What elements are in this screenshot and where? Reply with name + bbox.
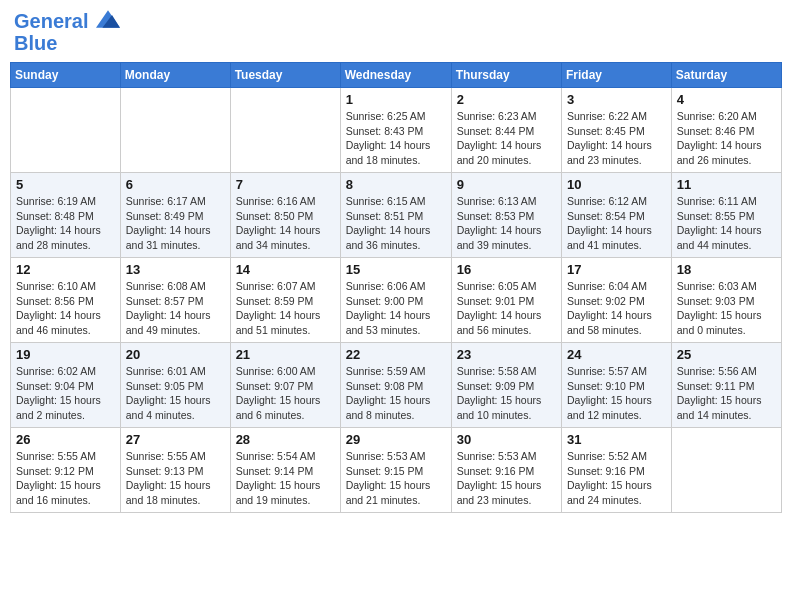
day-info: Sunrise: 6:05 AMSunset: 9:01 PMDaylight:… bbox=[457, 279, 556, 338]
day-number: 14 bbox=[236, 262, 335, 277]
calendar-week-1: 1Sunrise: 6:25 AMSunset: 8:43 PMDaylight… bbox=[11, 88, 782, 173]
calendar-cell: 14Sunrise: 6:07 AMSunset: 8:59 PMDayligh… bbox=[230, 258, 340, 343]
calendar-week-5: 26Sunrise: 5:55 AMSunset: 9:12 PMDayligh… bbox=[11, 428, 782, 513]
day-info: Sunrise: 6:02 AMSunset: 9:04 PMDaylight:… bbox=[16, 364, 115, 423]
calendar-cell bbox=[671, 428, 781, 513]
calendar-cell: 1Sunrise: 6:25 AMSunset: 8:43 PMDaylight… bbox=[340, 88, 451, 173]
calendar-cell: 23Sunrise: 5:58 AMSunset: 9:09 PMDayligh… bbox=[451, 343, 561, 428]
calendar-cell: 9Sunrise: 6:13 AMSunset: 8:53 PMDaylight… bbox=[451, 173, 561, 258]
calendar-cell: 20Sunrise: 6:01 AMSunset: 9:05 PMDayligh… bbox=[120, 343, 230, 428]
day-number: 26 bbox=[16, 432, 115, 447]
day-number: 10 bbox=[567, 177, 666, 192]
calendar-week-3: 12Sunrise: 6:10 AMSunset: 8:56 PMDayligh… bbox=[11, 258, 782, 343]
day-info: Sunrise: 6:22 AMSunset: 8:45 PMDaylight:… bbox=[567, 109, 666, 168]
day-number: 12 bbox=[16, 262, 115, 277]
day-info: Sunrise: 5:59 AMSunset: 9:08 PMDaylight:… bbox=[346, 364, 446, 423]
calendar-cell: 11Sunrise: 6:11 AMSunset: 8:55 PMDayligh… bbox=[671, 173, 781, 258]
calendar-week-2: 5Sunrise: 6:19 AMSunset: 8:48 PMDaylight… bbox=[11, 173, 782, 258]
calendar-cell: 7Sunrise: 6:16 AMSunset: 8:50 PMDaylight… bbox=[230, 173, 340, 258]
calendar-cell: 31Sunrise: 5:52 AMSunset: 9:16 PMDayligh… bbox=[562, 428, 672, 513]
calendar-cell: 3Sunrise: 6:22 AMSunset: 8:45 PMDaylight… bbox=[562, 88, 672, 173]
day-number: 29 bbox=[346, 432, 446, 447]
day-number: 23 bbox=[457, 347, 556, 362]
calendar-cell: 2Sunrise: 6:23 AMSunset: 8:44 PMDaylight… bbox=[451, 88, 561, 173]
calendar-cell: 10Sunrise: 6:12 AMSunset: 8:54 PMDayligh… bbox=[562, 173, 672, 258]
day-info: Sunrise: 6:19 AMSunset: 8:48 PMDaylight:… bbox=[16, 194, 115, 253]
calendar-cell: 22Sunrise: 5:59 AMSunset: 9:08 PMDayligh… bbox=[340, 343, 451, 428]
day-number: 6 bbox=[126, 177, 225, 192]
calendar-cell: 15Sunrise: 6:06 AMSunset: 9:00 PMDayligh… bbox=[340, 258, 451, 343]
logo-text2: Blue bbox=[14, 32, 120, 54]
day-info: Sunrise: 6:12 AMSunset: 8:54 PMDaylight:… bbox=[567, 194, 666, 253]
day-info: Sunrise: 5:57 AMSunset: 9:10 PMDaylight:… bbox=[567, 364, 666, 423]
calendar-cell: 21Sunrise: 6:00 AMSunset: 9:07 PMDayligh… bbox=[230, 343, 340, 428]
day-number: 25 bbox=[677, 347, 776, 362]
calendar-cell: 24Sunrise: 5:57 AMSunset: 9:10 PMDayligh… bbox=[562, 343, 672, 428]
day-info: Sunrise: 6:17 AMSunset: 8:49 PMDaylight:… bbox=[126, 194, 225, 253]
calendar-cell: 8Sunrise: 6:15 AMSunset: 8:51 PMDaylight… bbox=[340, 173, 451, 258]
calendar-cell: 4Sunrise: 6:20 AMSunset: 8:46 PMDaylight… bbox=[671, 88, 781, 173]
day-number: 3 bbox=[567, 92, 666, 107]
day-number: 15 bbox=[346, 262, 446, 277]
day-info: Sunrise: 6:03 AMSunset: 9:03 PMDaylight:… bbox=[677, 279, 776, 338]
day-info: Sunrise: 5:52 AMSunset: 9:16 PMDaylight:… bbox=[567, 449, 666, 508]
column-header-wednesday: Wednesday bbox=[340, 63, 451, 88]
day-info: Sunrise: 6:16 AMSunset: 8:50 PMDaylight:… bbox=[236, 194, 335, 253]
calendar-table: SundayMondayTuesdayWednesdayThursdayFrid… bbox=[10, 62, 782, 513]
calendar-cell: 12Sunrise: 6:10 AMSunset: 8:56 PMDayligh… bbox=[11, 258, 121, 343]
day-number: 16 bbox=[457, 262, 556, 277]
day-info: Sunrise: 5:58 AMSunset: 9:09 PMDaylight:… bbox=[457, 364, 556, 423]
day-number: 21 bbox=[236, 347, 335, 362]
day-info: Sunrise: 5:56 AMSunset: 9:11 PMDaylight:… bbox=[677, 364, 776, 423]
calendar-cell: 28Sunrise: 5:54 AMSunset: 9:14 PMDayligh… bbox=[230, 428, 340, 513]
day-info: Sunrise: 5:53 AMSunset: 9:15 PMDaylight:… bbox=[346, 449, 446, 508]
day-number: 31 bbox=[567, 432, 666, 447]
day-info: Sunrise: 5:54 AMSunset: 9:14 PMDaylight:… bbox=[236, 449, 335, 508]
page-header: General Blue bbox=[10, 10, 782, 54]
calendar-cell: 5Sunrise: 6:19 AMSunset: 8:48 PMDaylight… bbox=[11, 173, 121, 258]
day-number: 5 bbox=[16, 177, 115, 192]
calendar-week-4: 19Sunrise: 6:02 AMSunset: 9:04 PMDayligh… bbox=[11, 343, 782, 428]
day-number: 9 bbox=[457, 177, 556, 192]
day-number: 18 bbox=[677, 262, 776, 277]
calendar-cell: 25Sunrise: 5:56 AMSunset: 9:11 PMDayligh… bbox=[671, 343, 781, 428]
day-info: Sunrise: 6:00 AMSunset: 9:07 PMDaylight:… bbox=[236, 364, 335, 423]
day-number: 27 bbox=[126, 432, 225, 447]
day-info: Sunrise: 6:01 AMSunset: 9:05 PMDaylight:… bbox=[126, 364, 225, 423]
day-info: Sunrise: 6:20 AMSunset: 8:46 PMDaylight:… bbox=[677, 109, 776, 168]
day-number: 4 bbox=[677, 92, 776, 107]
day-number: 19 bbox=[16, 347, 115, 362]
calendar-cell: 19Sunrise: 6:02 AMSunset: 9:04 PMDayligh… bbox=[11, 343, 121, 428]
column-header-thursday: Thursday bbox=[451, 63, 561, 88]
day-number: 28 bbox=[236, 432, 335, 447]
calendar-cell: 27Sunrise: 5:55 AMSunset: 9:13 PMDayligh… bbox=[120, 428, 230, 513]
logo: General Blue bbox=[14, 10, 120, 54]
calendar-cell bbox=[11, 88, 121, 173]
day-info: Sunrise: 6:07 AMSunset: 8:59 PMDaylight:… bbox=[236, 279, 335, 338]
logo-text: General bbox=[14, 10, 120, 32]
column-header-friday: Friday bbox=[562, 63, 672, 88]
day-number: 20 bbox=[126, 347, 225, 362]
day-info: Sunrise: 6:15 AMSunset: 8:51 PMDaylight:… bbox=[346, 194, 446, 253]
day-number: 17 bbox=[567, 262, 666, 277]
day-number: 8 bbox=[346, 177, 446, 192]
day-info: Sunrise: 6:13 AMSunset: 8:53 PMDaylight:… bbox=[457, 194, 556, 253]
day-number: 24 bbox=[567, 347, 666, 362]
calendar-cell: 13Sunrise: 6:08 AMSunset: 8:57 PMDayligh… bbox=[120, 258, 230, 343]
day-number: 11 bbox=[677, 177, 776, 192]
calendar-cell: 26Sunrise: 5:55 AMSunset: 9:12 PMDayligh… bbox=[11, 428, 121, 513]
day-number: 7 bbox=[236, 177, 335, 192]
day-info: Sunrise: 6:23 AMSunset: 8:44 PMDaylight:… bbox=[457, 109, 556, 168]
column-header-monday: Monday bbox=[120, 63, 230, 88]
day-info: Sunrise: 6:10 AMSunset: 8:56 PMDaylight:… bbox=[16, 279, 115, 338]
calendar-cell: 16Sunrise: 6:05 AMSunset: 9:01 PMDayligh… bbox=[451, 258, 561, 343]
calendar-body: 1Sunrise: 6:25 AMSunset: 8:43 PMDaylight… bbox=[11, 88, 782, 513]
day-number: 22 bbox=[346, 347, 446, 362]
calendar-cell bbox=[120, 88, 230, 173]
column-header-sunday: Sunday bbox=[11, 63, 121, 88]
day-number: 13 bbox=[126, 262, 225, 277]
day-info: Sunrise: 6:25 AMSunset: 8:43 PMDaylight:… bbox=[346, 109, 446, 168]
calendar-cell bbox=[230, 88, 340, 173]
column-header-saturday: Saturday bbox=[671, 63, 781, 88]
calendar-cell: 18Sunrise: 6:03 AMSunset: 9:03 PMDayligh… bbox=[671, 258, 781, 343]
